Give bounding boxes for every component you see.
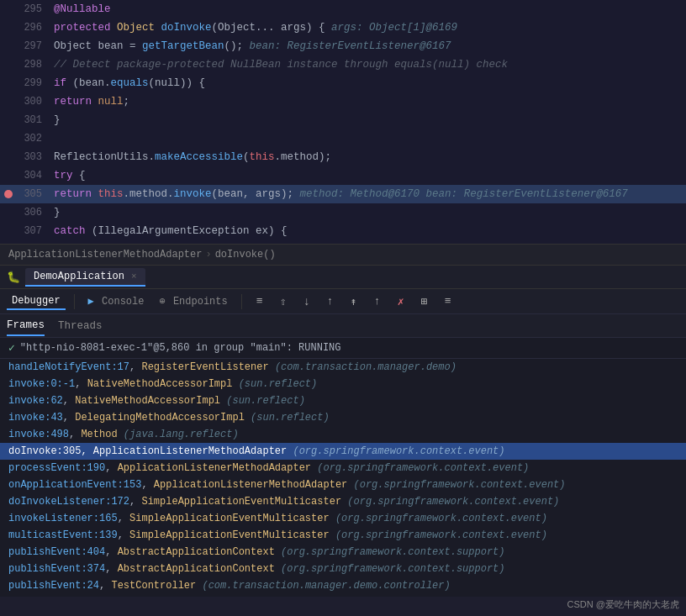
line-number: 304 bbox=[17, 170, 50, 182]
toolbar-btn-layout[interactable]: ≡ bbox=[251, 292, 269, 311]
code-content: protected Object doInvoke(Object... args… bbox=[50, 22, 457, 34]
code-line: 304 try { bbox=[0, 166, 686, 185]
code-content: catch (IllegalArgumentException ex) { bbox=[50, 225, 288, 237]
debug-tab-demo[interactable]: DemoApplication × bbox=[25, 268, 145, 287]
line-number: 303 bbox=[17, 151, 50, 163]
tab-frames[interactable]: Frames bbox=[7, 316, 45, 336]
toolbar-btn-frames[interactable]: ⊞ bbox=[415, 292, 434, 311]
code-content: @Nullable bbox=[50, 3, 111, 15]
code-content: } bbox=[50, 207, 61, 218]
line-number: 298 bbox=[17, 59, 50, 71]
line-number: 301 bbox=[17, 114, 50, 126]
toolbar-btn-step-into[interactable]: ↑ bbox=[321, 292, 340, 311]
code-content: return null; bbox=[50, 96, 129, 108]
code-line: 303 ReflectionUtils.makeAccessible(this.… bbox=[0, 148, 686, 166]
line-number: 296 bbox=[17, 22, 50, 34]
code-content: if (bean.equals(null)) { bbox=[50, 77, 205, 89]
code-content: } bbox=[50, 114, 61, 126]
code-line: 299 if (bean.equals(null)) { bbox=[0, 74, 686, 92]
toolbar-btn-stop[interactable]: ✗ bbox=[392, 292, 410, 311]
stack-frame[interactable]: invoke:43, DelegatingMethodAccessorImpl … bbox=[0, 409, 686, 426]
line-number: 300 bbox=[17, 96, 50, 108]
line-number: 307 bbox=[17, 225, 50, 237]
stack-frame[interactable]: publishEvent:374, AbstractApplicationCon… bbox=[0, 561, 686, 577]
bottom-panel: 🐛 DemoApplication × Debugger ▶ Console ⊕… bbox=[0, 266, 686, 616]
stack-frame[interactable]: invokeListener:165, SimpleApplicationEve… bbox=[0, 510, 686, 527]
code-content: ReflectionUtils.makeAccessible(this.meth… bbox=[50, 151, 331, 163]
code-line: 296 protected Object doInvoke(Object... … bbox=[0, 18, 686, 37]
breakpoint-dot bbox=[4, 190, 13, 198]
code-line: 300 return null; bbox=[0, 92, 686, 111]
stack-frame[interactable]: doInvokeListener:172, SimpleApplicationE… bbox=[0, 493, 686, 510]
line-number: 297 bbox=[17, 40, 50, 52]
code-line: 295 @Nullable bbox=[0, 0, 686, 18]
stack-frame[interactable]: handleNotifyEvent:17, RegisterEventListe… bbox=[0, 359, 686, 376]
thread-name: "http-nio-8081-exec-1"@5,860 in group "m… bbox=[20, 342, 341, 354]
debug-icon: 🐛 bbox=[7, 271, 20, 284]
watermark: CSDN @爱吃牛肉的大老虎 bbox=[567, 598, 679, 611]
code-editor: 295 @Nullable296 protected Object doInvo… bbox=[0, 0, 686, 244]
code-line: 307 catch (IllegalArgumentException ex) … bbox=[0, 222, 686, 240]
debug-session-tabs: 🐛 DemoApplication × bbox=[0, 266, 686, 289]
code-line: 308 assertTargetBean(this.method, bean, … bbox=[0, 240, 686, 244]
app-tab-label: DemoApplication bbox=[34, 271, 124, 282]
toolbar-btn-settings[interactable]: ≡ bbox=[439, 292, 457, 311]
stack-frame[interactable]: processEvent:190, ApplicationListenerMet… bbox=[0, 460, 686, 476]
stack-frame[interactable]: doInvoke:305, ApplicationListenerMethodA… bbox=[0, 443, 686, 460]
running-icon: ✓ bbox=[8, 341, 15, 355]
stack-frame[interactable]: publishEvent:404, AbstractApplicationCon… bbox=[0, 544, 686, 561]
code-line: 301 } bbox=[0, 111, 686, 129]
toolbar-btn-step-out[interactable]: ↑ bbox=[368, 292, 387, 311]
stack-frame[interactable]: multicastEvent:139, SimpleApplicationEve… bbox=[0, 527, 686, 544]
breakpoint-area bbox=[0, 190, 17, 198]
code-line: 302 bbox=[0, 129, 686, 148]
tab-endpoints[interactable]: ⊕ Endpoints bbox=[154, 293, 232, 309]
stack-frame[interactable]: invoke:0:-1, NativeMethodAccessorImpl (s… bbox=[0, 376, 686, 392]
code-line: 305 return this.method.invoke(bean, args… bbox=[0, 185, 686, 203]
toolbar-btn-step-over[interactable]: ↓ bbox=[298, 292, 316, 311]
code-content: try { bbox=[50, 170, 86, 182]
breadcrumb-class: ApplicationListenerMethodAdapter bbox=[8, 249, 202, 261]
toolbar-btn-force-step[interactable]: ↟ bbox=[345, 292, 363, 311]
breadcrumb: ApplicationListenerMethodAdapter › doInv… bbox=[0, 244, 686, 266]
stack-frame[interactable]: onApplicationEvent:153, ApplicationListe… bbox=[0, 476, 686, 493]
stack-frame[interactable]: invoke:62, NativeMethodAccessorImpl (sun… bbox=[0, 392, 686, 409]
stack-frame[interactable]: invoke:498, Method (java.lang.reflect) bbox=[0, 426, 686, 443]
toolbar-btn-resume[interactable]: ⇧ bbox=[274, 292, 293, 311]
thread-status: ✓ "http-nio-8081-exec-1"@5,860 in group … bbox=[0, 338, 686, 359]
code-line: 306 } bbox=[0, 203, 686, 222]
code-content: // Detect package-protected NullBean ins… bbox=[50, 59, 508, 71]
line-number: 299 bbox=[17, 77, 50, 89]
tab-console[interactable]: ▶ Console bbox=[83, 293, 150, 309]
code-line: 298 // Detect package-protected NullBean… bbox=[0, 55, 686, 74]
debugger-toolbar: Debugger ▶ Console ⊕ Endpoints ≡ ⇧ ↓ ↑ ↟… bbox=[0, 289, 686, 314]
code-line: 297 Object bean = getTargetBean(); bean:… bbox=[0, 37, 686, 55]
line-number: 305 bbox=[17, 188, 50, 200]
code-content: Object bean = getTargetBean(); bean: Reg… bbox=[50, 40, 451, 52]
frames-threads-bar: Frames Threads bbox=[0, 314, 686, 338]
line-number: 306 bbox=[17, 207, 50, 218]
line-number: 302 bbox=[17, 133, 50, 145]
stack-list[interactable]: handleNotifyEvent:17, RegisterEventListe… bbox=[0, 359, 686, 597]
stack-frame[interactable]: publishEvent:24, TestController (com.tra… bbox=[0, 577, 686, 594]
line-number: 295 bbox=[17, 3, 50, 15]
breadcrumb-method: doInvoke() bbox=[215, 249, 276, 261]
close-icon[interactable]: × bbox=[131, 271, 137, 282]
code-content: return this.method.invoke(bean, args); m… bbox=[50, 188, 628, 200]
tab-threads[interactable]: Threads bbox=[58, 317, 103, 335]
tab-debugger[interactable]: Debugger bbox=[7, 293, 66, 310]
